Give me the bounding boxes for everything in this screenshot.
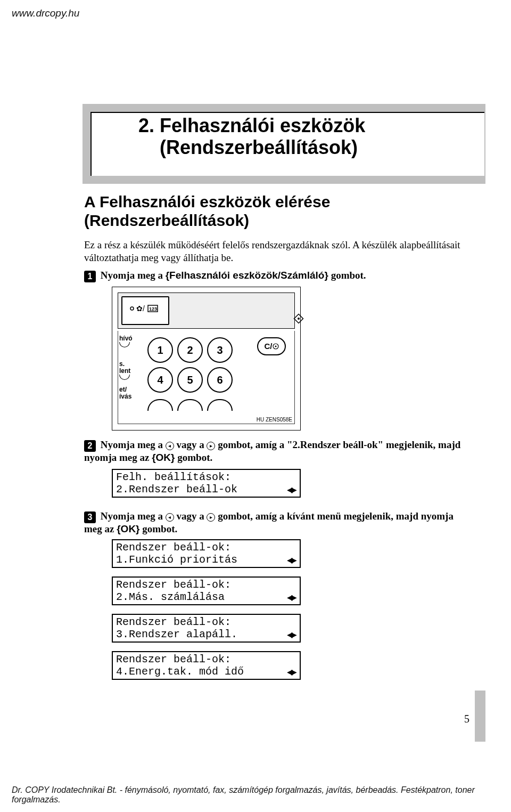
- step-2-post: gombot.: [175, 452, 212, 463]
- nav-arrows-icon: ◀▶: [287, 592, 295, 601]
- keypad-5: 5: [177, 367, 203, 393]
- keypad-6: 6: [207, 367, 233, 393]
- section-title: A Felhasználói eszközök elérése (Rendsze…: [84, 193, 330, 230]
- keypad-top-bar: ✿/ 123: [118, 293, 295, 329]
- svg-point-0: [130, 307, 134, 310]
- step-1: 1 Nyomja meg a {Felhasználói eszközök/Sz…: [84, 270, 467, 282]
- chapter-title: 2. Felhasználói eszközök (Rendszerbeállí…: [138, 115, 365, 159]
- step-3-num: 3: [84, 511, 96, 523]
- keypad-1: 1: [147, 337, 173, 363]
- svg-text:✿/: ✿/: [136, 304, 145, 313]
- lcd3-line2: 2.Más. számlálása: [116, 591, 225, 603]
- side-label-1: hívó: [119, 335, 133, 342]
- chapter-title-line2: (Rendszerbeállítások): [138, 136, 358, 158]
- side-label-2a: s.: [119, 360, 125, 368]
- left-arrow-icon: ◂: [166, 513, 174, 522]
- side-label-2b: lent: [119, 367, 130, 375]
- lcd2-line1: Rendszer beáll-ok:: [116, 541, 296, 554]
- keypad-clear-button: C/: [257, 337, 286, 355]
- step-2-mid: vagy a: [174, 439, 207, 450]
- keypad-partial-2: [177, 399, 203, 411]
- nav-arrows-icon: ◀▶: [287, 485, 295, 493]
- lcd3-line1: Rendszer beáll-ok:: [116, 579, 296, 591]
- keypad-code: HU ZENS058E: [257, 417, 292, 423]
- keypad-3: 3: [207, 337, 233, 363]
- lcd1-line2: 2.Rendszer beáll-ok: [116, 483, 237, 496]
- footer-text: Dr. COPY Irodatechnikai Bt. - fénymásoló…: [12, 785, 499, 805]
- step-2-key: OK: [156, 452, 171, 463]
- lcd-display-1: Felh. beállítások: 2.Rendszer beáll-ok◀▶: [112, 469, 301, 498]
- user-tools-icon: ✿/ 123: [129, 302, 161, 315]
- lcd-display-2: Rendszer beáll-ok: 1.Funkció prioritás◀▶: [112, 539, 301, 568]
- lcd-display-4: Rendszer beáll-ok: 3.Rendszer alapáll.◀▶: [112, 614, 301, 643]
- lcd4-line2: 3.Rendszer alapáll.: [116, 628, 237, 640]
- right-arrow-icon: ▸: [207, 513, 215, 522]
- chapter-title-line1: 2. Felhasználói eszközök: [138, 115, 365, 136]
- lcd-display-3: Rendszer beáll-ok: 2.Más. számlálása◀▶: [112, 576, 301, 605]
- keypad-partial-1: [147, 399, 173, 411]
- side-label-3a: et/: [119, 386, 127, 393]
- svg-text:123: 123: [149, 306, 157, 312]
- step-2-num: 2: [84, 440, 96, 452]
- lcd5-line2: 4.Energ.tak. mód idő: [116, 665, 244, 678]
- svg-point-5: [298, 318, 300, 320]
- nav-arrows-icon: ◀▶: [287, 630, 295, 638]
- page-number: 5: [464, 713, 469, 725]
- right-arrow-icon: ▸: [207, 442, 215, 450]
- lcd5-line1: Rendszer beáll-ok:: [116, 653, 296, 665]
- keypad-2: 2: [177, 337, 203, 363]
- keypad-4: 4: [147, 367, 173, 393]
- keypad-partial-3: [207, 399, 233, 411]
- keypad-clear-label: C/: [265, 342, 273, 351]
- lcd1-line1: Felh. beállítások:: [116, 471, 296, 483]
- intro-paragraph: Ez a rész a készülék működéséért felelős…: [84, 239, 467, 264]
- lcd-display-5: Rendszer beáll-ok: 4.Energ.tak. mód idő◀…: [112, 651, 301, 680]
- step-3: 3 Nyomja meg a ◂ vagy a ▸ gombot, amíg a…: [84, 510, 467, 535]
- section-title-line1: A Felhasználói eszközök elérése: [84, 193, 330, 210]
- keypad-figure: ✿/ 123 hívó s.lent et/ívás 1 2 3 4 5 6 C…: [112, 287, 301, 431]
- keypad-mid: hívó s.lent et/ívás 1 2 3 4 5 6 C/ HU ZE…: [118, 331, 295, 424]
- lcd2-line2: 1.Funkció prioritás: [116, 554, 237, 566]
- step-2: 2 Nyomja meg a ◂ vagy a ▸ gombot, amíg a…: [84, 439, 467, 464]
- svg-point-7: [275, 346, 276, 347]
- step-1-post: gombot.: [328, 270, 366, 281]
- section-title-line2: (Rendszerbeállítások): [84, 212, 249, 229]
- step-3-mid: vagy a: [174, 510, 207, 522]
- step-1-num: 1: [84, 271, 96, 282]
- keypad-num-grid: 1 2 3 4 5 6: [147, 337, 233, 393]
- keypad-side-labels: hívó s.lent et/ívás: [118, 335, 138, 408]
- page-tab: [475, 691, 485, 742]
- header-url: www.drcopy.hu: [12, 7, 79, 19]
- side-label-3b: ívás: [119, 393, 131, 400]
- left-arrow-icon: ◂: [166, 442, 174, 450]
- nav-arrows-icon: ◀▶: [287, 667, 295, 676]
- keypad-partial-row: [147, 399, 233, 411]
- lcd4-line1: Rendszer beáll-ok:: [116, 616, 296, 628]
- step-3-key: OK: [121, 523, 136, 534]
- step-1-pre: Nyomja meg a: [101, 270, 166, 281]
- nav-arrows-icon: ◀▶: [287, 555, 295, 564]
- step-1-key: Felhasználói eszközök/Számláló: [169, 270, 324, 281]
- step-3-post: gombot.: [140, 523, 178, 534]
- step-3-pre: Nyomja meg a: [101, 510, 166, 522]
- step-2-pre: Nyomja meg a: [101, 439, 166, 450]
